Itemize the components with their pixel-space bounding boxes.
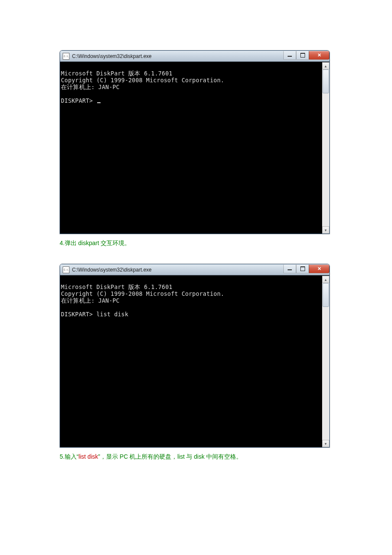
close-button[interactable] bbox=[309, 265, 329, 273]
titlebar[interactable]: C:\Windows\system32\diskpart.exe bbox=[60, 264, 329, 275]
caption-text: ”，显示 PC 机上所有的硬盘，list 与 disk 中间有空格。 bbox=[98, 453, 242, 460]
window-controls bbox=[283, 265, 329, 273]
caption-text: 输入“ bbox=[65, 453, 79, 460]
console-prompt: DISKPART> list disk bbox=[61, 311, 128, 318]
scroll-track[interactable] bbox=[322, 69, 329, 226]
maximize-button[interactable] bbox=[296, 265, 309, 273]
console-line: Microsoft DiskPart 版本 6.1.7601 bbox=[61, 70, 173, 77]
scroll-up-icon[interactable]: ▴ bbox=[322, 276, 329, 283]
console-line: 在计算机上: JAN-PC bbox=[61, 297, 120, 304]
step-number: 4. bbox=[60, 240, 65, 246]
window-controls bbox=[283, 51, 329, 60]
cmd-window-2: C:\Windows\system32\diskpart.exe Microso… bbox=[60, 264, 330, 448]
console-prompt: DISKPART> bbox=[61, 97, 96, 104]
scroll-down-icon[interactable]: ▾ bbox=[322, 226, 329, 234]
cmd-icon bbox=[63, 53, 69, 60]
console-line: Microsoft DiskPart 版本 6.1.7601 bbox=[61, 283, 173, 290]
scroll-thumb[interactable] bbox=[323, 69, 329, 93]
maximize-button[interactable] bbox=[296, 51, 309, 60]
titlebar[interactable]: C:\Windows\system32\diskpart.exe bbox=[60, 51, 329, 62]
console-area: Microsoft DiskPart 版本 6.1.7601 Copyright… bbox=[60, 275, 329, 447]
console-output[interactable]: Microsoft DiskPart 版本 6.1.7601 Copyright… bbox=[60, 62, 322, 234]
scroll-up-icon[interactable]: ▴ bbox=[322, 62, 329, 69]
window-title: C:\Windows\system32\diskpart.exe bbox=[72, 267, 283, 273]
console-area: Microsoft DiskPart 版本 6.1.7601 Copyright… bbox=[60, 62, 329, 234]
cmd-window-1: C:\Windows\system32\diskpart.exe Microso… bbox=[60, 50, 330, 234]
close-button[interactable] bbox=[309, 51, 329, 60]
vertical-scrollbar[interactable]: ▴ ▾ bbox=[322, 62, 329, 234]
cmd-icon bbox=[63, 266, 69, 273]
caption-5: 5.输入“list disk”，显示 PC 机上所有的硬盘，list 与 dis… bbox=[60, 452, 332, 461]
minimize-button[interactable] bbox=[283, 265, 296, 273]
step-number: 5. bbox=[60, 453, 65, 460]
console-line: Copyright (C) 1999-2008 Microsoft Corpor… bbox=[61, 77, 224, 84]
caption-text: diskpart bbox=[78, 240, 99, 246]
cursor-icon bbox=[97, 102, 101, 103]
caption-text: 弹出 bbox=[65, 240, 78, 246]
vertical-scrollbar[interactable]: ▴ ▾ bbox=[322, 276, 329, 447]
caption-text: 交互环境。 bbox=[99, 240, 131, 246]
command-text: list disk bbox=[78, 453, 98, 460]
caption-4: 4.弹出 diskpart 交互环境。 bbox=[60, 238, 332, 248]
scroll-down-icon[interactable]: ▾ bbox=[322, 440, 329, 447]
scroll-thumb[interactable] bbox=[323, 283, 329, 307]
minimize-button[interactable] bbox=[283, 51, 296, 60]
console-output[interactable]: Microsoft DiskPart 版本 6.1.7601 Copyright… bbox=[60, 276, 322, 447]
window-title: C:\Windows\system32\diskpart.exe bbox=[72, 53, 283, 59]
console-line: Copyright (C) 1999-2008 Microsoft Corpor… bbox=[61, 290, 224, 297]
console-line: 在计算机上: JAN-PC bbox=[61, 84, 120, 90]
scroll-track[interactable] bbox=[322, 283, 329, 440]
